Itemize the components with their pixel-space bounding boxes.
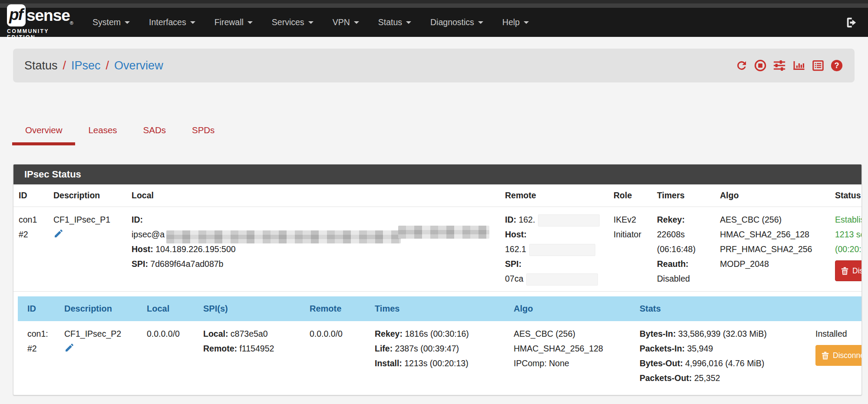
breadcrumb-root: Status <box>24 59 58 72</box>
refresh-button[interactable] <box>735 59 748 72</box>
ipsec-tabs: Overview Leases SADs SPDs <box>12 116 855 145</box>
col-header-times: Times <box>370 296 508 321</box>
pfsense-logo[interactable]: pfsense® COMMUNITY EDITION <box>7 4 76 40</box>
redacted-local-id <box>166 230 401 243</box>
nav-firewall-label: Firewall <box>215 17 244 27</box>
redacted-remote-id <box>538 214 600 227</box>
filter-settings-button[interactable] <box>772 59 786 72</box>
nav-firewall[interactable]: Firewall <box>205 11 262 33</box>
svg-text:?: ? <box>834 61 839 70</box>
nav-vpn-label: VPN <box>333 17 350 27</box>
nav-vpn[interactable]: VPN <box>323 11 369 33</box>
caret-down-icon <box>308 21 314 24</box>
child-sa-table: ID Description Local SPI(s) Remote Times… <box>13 296 861 391</box>
redacted-remote-spi <box>526 273 598 286</box>
status-established: Established <box>835 212 862 227</box>
col-header-description: Description <box>48 184 126 207</box>
tab-leases[interactable]: Leases <box>75 116 130 145</box>
child-times-cell: Rekey: 1816s (00:30:16) Life: 2387s (00:… <box>370 321 508 391</box>
panel-title: IPsec Status <box>13 164 861 184</box>
col-header-stats: Stats <box>634 296 810 321</box>
redacted-local-id <box>398 226 489 239</box>
ike-id-cell: con1 #2 <box>13 207 48 291</box>
logo-pf-box: pf <box>7 4 26 26</box>
col-header-spis: SPI(s) <box>198 296 304 321</box>
caret-down-icon <box>248 21 253 24</box>
nav-help-label: Help <box>502 17 520 27</box>
nav-diagnostics-label: Diagnostics <box>430 17 474 27</box>
child-table-row: con1: #2 CF1_IPsec_P2 0.0.0.0/0 Local: c… <box>18 321 862 391</box>
nav-status[interactable]: Status <box>369 11 421 33</box>
ike-timers-cell: Rekey: 22608s (06:16:48) Reauth: Disable… <box>652 207 715 291</box>
help-button[interactable]: ? <box>830 59 843 72</box>
disconnect-p1-button[interactable]: Disconnect <box>835 260 862 281</box>
edit-phase2-button[interactable] <box>64 342 75 357</box>
edit-phase1-button[interactable] <box>53 228 64 243</box>
ike-algo-cell: AES_CBC (256) HMAC_SHA2_256_128 PRF_HMAC… <box>715 207 830 291</box>
stop-icon <box>754 59 767 72</box>
col-header-remote: Remote <box>304 296 370 321</box>
child-remote-cell: 0.0.0.0/0 <box>304 321 370 391</box>
sliders-icon <box>772 59 786 72</box>
breadcrumb-bar: Status / IPsec / Overview <box>13 49 855 82</box>
col-header-local: Local <box>126 184 500 207</box>
help-icon: ? <box>830 59 843 72</box>
ipsec-status-panel: IPsec Status ID Description Local Remote… <box>13 164 862 395</box>
pencil-icon <box>64 342 75 353</box>
col-header-algo: Algo <box>508 296 634 321</box>
stop-service-button[interactable] <box>754 59 767 72</box>
nav-interfaces-label: Interfaces <box>149 17 186 27</box>
nav-system-label: System <box>92 17 121 27</box>
navbar-top-strip-2 <box>0 3 868 8</box>
ike-table-row: con1 #2 CF1_IPsec_P1 ID: ipsec@a Host: 1… <box>13 207 862 292</box>
pencil-icon <box>53 228 64 239</box>
child-id-cell: con1: #2 <box>18 321 59 391</box>
page-action-icons: ? <box>735 59 843 72</box>
sign-out-icon <box>845 16 858 29</box>
refresh-icon <box>735 59 748 72</box>
col-header-id: ID <box>18 296 59 321</box>
tab-sads[interactable]: SADs <box>130 116 179 145</box>
breadcrumb: Status / IPsec / Overview <box>24 59 163 72</box>
top-navbar: pfsense® COMMUNITY EDITION System Interf… <box>0 0 868 37</box>
ike-table-header-row: ID Description Local Remote Role Timers … <box>13 184 862 207</box>
col-header-status: Status <box>830 184 862 207</box>
nav-interfaces[interactable]: Interfaces <box>139 11 205 33</box>
caret-down-icon <box>125 21 130 24</box>
breadcrumb-link-ipsec[interactable]: IPsec <box>71 59 101 72</box>
tab-spds[interactable]: SPDs <box>179 116 228 145</box>
child-table-header-row: ID Description Local SPI(s) Remote Times… <box>18 296 862 321</box>
child-spis-cell: Local: c873e5a0 Remote: f1154952 <box>198 321 304 391</box>
ike-role-cell: IKEv2 Initiator <box>608 207 652 291</box>
main-menu: System Interfaces Firewall Services VPN … <box>83 11 845 33</box>
breadcrumb-link-overview[interactable]: Overview <box>114 59 163 72</box>
list-icon <box>812 59 825 72</box>
trash-icon <box>841 267 848 275</box>
logo-edition-text: COMMUNITY EDITION <box>7 28 76 40</box>
nav-diagnostics[interactable]: Diagnostics <box>421 11 493 33</box>
status-installed: Installed <box>815 326 862 341</box>
nav-services[interactable]: Services <box>262 11 323 33</box>
nav-system[interactable]: System <box>83 11 139 33</box>
child-stats-cell: Bytes-In: 33,586,939 (32.03 MiB) Packets… <box>634 321 810 391</box>
disconnect-p2-button[interactable]: Disconnect <box>815 345 862 366</box>
caret-down-icon <box>354 21 359 24</box>
logout-button[interactable] <box>845 16 858 29</box>
caret-down-icon <box>190 21 195 24</box>
breadcrumb-separator: / <box>63 59 66 72</box>
ike-description-cell: CF1_IPsec_P1 <box>48 207 126 291</box>
caret-down-icon <box>524 21 529 24</box>
ike-sa-table: ID Description Local Remote Role Timers … <box>13 184 861 292</box>
tab-overview[interactable]: Overview <box>12 116 75 145</box>
log-view-button[interactable] <box>812 59 825 72</box>
ike-status-cell: Established 1213 seconds (00:20:13) <box>830 207 862 291</box>
graph-button[interactable] <box>792 59 806 72</box>
child-description-cell: CF1_IPsec_P2 <box>59 321 142 391</box>
ike-local-cell: ID: ipsec@a Host: 104.189.226.195:500 SP… <box>126 207 500 291</box>
col-header-algo: Algo <box>715 184 830 207</box>
col-header-id: ID <box>13 184 48 207</box>
caret-down-icon <box>478 21 483 24</box>
trash-icon <box>822 351 829 360</box>
nav-help[interactable]: Help <box>493 11 538 33</box>
child-status-cell: Installed Disconnect <box>810 321 862 391</box>
